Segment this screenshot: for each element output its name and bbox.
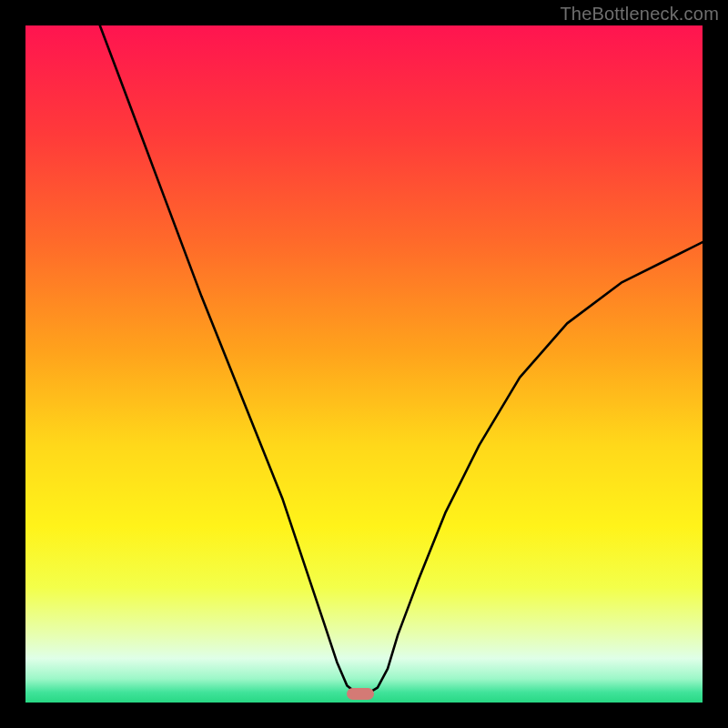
chart-frame: TheBottleneck.com	[0, 0, 728, 728]
watermark-text: TheBottleneck.com	[560, 4, 719, 25]
plot-area	[25, 25, 703, 703]
bottleneck-curve	[100, 25, 703, 693]
curve-layer	[25, 25, 703, 703]
optimal-range-pill	[347, 688, 374, 700]
